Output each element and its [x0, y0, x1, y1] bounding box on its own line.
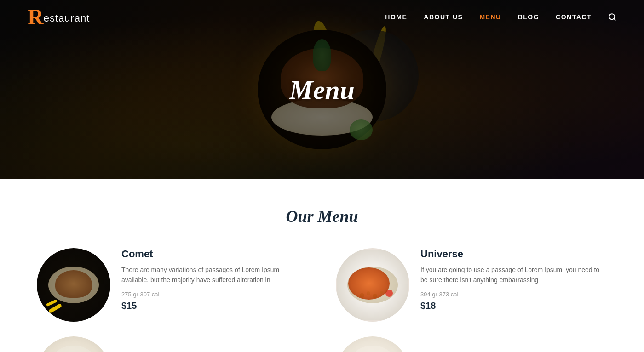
- plate-white-universe: [336, 248, 409, 322]
- menu-item-image-partial-2: [336, 336, 409, 352]
- site-header: R estaurant HOME ABOUT US MENU BLOG CONT…: [0, 0, 644, 34]
- svg-point-7: [46, 346, 101, 352]
- plate-dark-comet: [37, 248, 110, 322]
- search-button[interactable]: [608, 13, 616, 21]
- svg-point-5: [380, 291, 383, 294]
- menu-item-partial-1: [37, 336, 308, 352]
- menu-item-meta-comet: 275 gr 307 cal: [121, 291, 308, 298]
- main-nav: HOME ABOUT US MENU BLOG CONTACT: [385, 13, 616, 21]
- food-partial-svg-2: [336, 336, 409, 352]
- nav-blog[interactable]: BLOG: [518, 13, 539, 21]
- menu-item-price-universe: $18: [420, 301, 607, 311]
- svg-point-2: [360, 293, 364, 298]
- main-content: Our Menu Comet There are many variations…: [0, 179, 644, 352]
- food-garnish-svg: [358, 289, 386, 302]
- menu-item-image-partial-1: [37, 336, 110, 352]
- menu-item-info-partial-1: [121, 336, 308, 341]
- food-partial-svg-1: [37, 336, 110, 352]
- menu-grid: Comet There are many variations of passa…: [37, 248, 607, 352]
- menu-item-image-universe: [336, 248, 409, 322]
- menu-item-desc-comet: There are many variations of passages of…: [121, 265, 308, 285]
- nav-home[interactable]: HOME: [385, 13, 407, 21]
- menu-item-name-universe: Universe: [420, 248, 607, 260]
- hero-title: Menu: [289, 74, 355, 105]
- menu-item-info-comet: Comet There are many variations of passa…: [121, 248, 308, 311]
- plate-partial-2: [336, 336, 409, 352]
- menu-item-partial-2: [336, 336, 607, 352]
- search-icon: [608, 13, 616, 21]
- nav-about[interactable]: ABOUT US: [424, 13, 463, 21]
- menu-item-image-comet: [37, 248, 110, 322]
- menu-item-universe: Universe If you are going to use a passa…: [336, 248, 607, 322]
- svg-point-6: [385, 290, 393, 297]
- menu-section-heading: Our Menu: [37, 207, 607, 226]
- menu-item-info-partial-2: [420, 336, 607, 341]
- nav-contact[interactable]: CONTACT: [556, 13, 592, 21]
- svg-line-1: [614, 18, 615, 20]
- nav-menu[interactable]: MENU: [479, 13, 501, 21]
- menu-item-name-comet: Comet: [121, 248, 308, 260]
- menu-item-comet: Comet There are many variations of passa…: [37, 248, 308, 322]
- svg-point-3: [367, 291, 370, 295]
- svg-point-10: [345, 346, 400, 352]
- menu-item-desc-universe: If you are going to use a passage of Lor…: [420, 265, 607, 285]
- svg-point-4: [373, 294, 377, 298]
- logo-rest-text: estaurant: [44, 12, 90, 24]
- menu-item-price-comet: $15: [121, 301, 308, 311]
- food-tomato-svg: [385, 289, 394, 298]
- menu-item-meta-universe: 394 gr 373 cal: [420, 291, 607, 298]
- site-logo[interactable]: R estaurant: [28, 6, 90, 28]
- menu-item-info-universe: Universe If you are going to use a passa…: [420, 248, 607, 311]
- plate-partial-1: [37, 336, 110, 352]
- logo-r-letter: R: [28, 6, 44, 28]
